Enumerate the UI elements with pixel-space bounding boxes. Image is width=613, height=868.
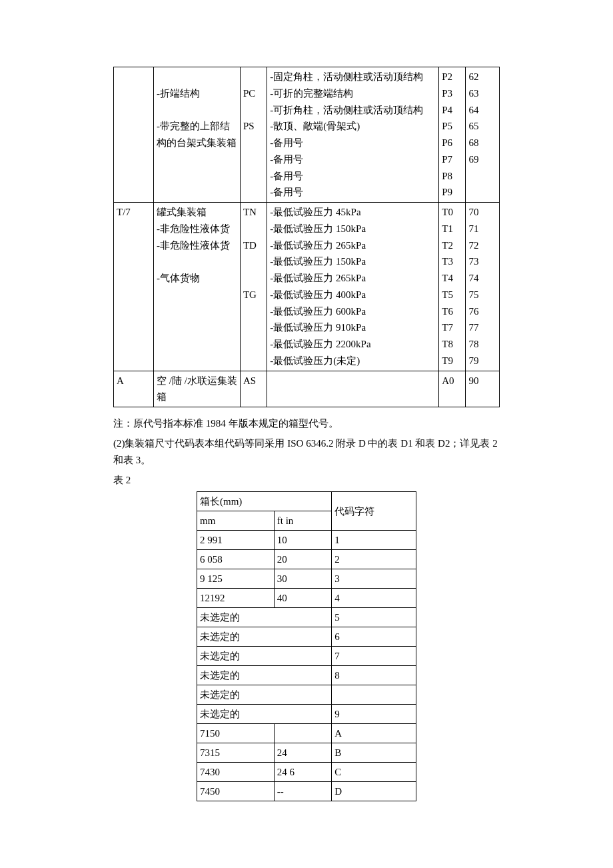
length-code-table: 箱长(mm)代码字符mmft in2 9911016 0582029 12530… <box>197 491 416 801</box>
cell-code: 3 <box>332 569 416 589</box>
cell: PC PS <box>240 67 267 203</box>
cell-mm: 未选定的 <box>197 608 332 627</box>
table-row: A空 /陆 /水联运集装箱ASA090 <box>114 371 500 407</box>
cell: A0 <box>439 371 466 407</box>
cell-mm: 7450 <box>197 782 275 801</box>
cell: AS <box>240 371 267 407</box>
header-ftin: ft in <box>274 511 332 531</box>
cell-ftin <box>274 724 332 743</box>
cell-code: B <box>332 743 416 763</box>
table-row: 未选定的9 <box>197 705 416 724</box>
table-row: -折端结构 -带完整的上部结构的台架式集装箱 PC PS-固定角柱，活动侧柱或活… <box>114 67 500 203</box>
cell-mm: 12192 <box>197 589 275 608</box>
cell <box>114 67 154 203</box>
cell: -最低试验压力 45kPa -最低试验压力 150kPa -最低试验压力 265… <box>267 203 439 371</box>
cell-mm: 未选定的 <box>197 685 332 705</box>
cell-mm: 7315 <box>197 743 275 763</box>
cell-mm: 7430 <box>197 763 275 782</box>
table-row: 12192404 <box>197 589 416 608</box>
cell: -折端结构 -带完整的上部结构的台架式集装箱 <box>153 67 240 203</box>
cell-code: 7 <box>332 647 416 666</box>
cell-ftin: 24 <box>274 743 332 763</box>
cell: TN TD TG <box>240 203 267 371</box>
cell: 70 71 72 73 74 75 76 77 78 79 <box>466 203 500 371</box>
cell-code: 6 <box>332 627 416 647</box>
cell-code: D <box>332 782 416 801</box>
note-size-code: (2)集装箱尺寸代码表本组代码等同采用 ISO 6346.2 附录 D 中的表 … <box>113 435 500 469</box>
cell-mm: 2 991 <box>197 531 275 550</box>
cell-ftin: 40 <box>274 589 332 608</box>
header-length: 箱长(mm) <box>197 492 332 511</box>
type-code-table: -折端结构 -带完整的上部结构的台架式集装箱 PC PS-固定角柱，活动侧柱或活… <box>113 67 500 407</box>
cell <box>267 371 439 407</box>
cell: T0 T1 T2 T3 T4 T5 T6 T7 T8 T9 <box>439 203 466 371</box>
cell-code: 2 <box>332 550 416 569</box>
cell-code: 5 <box>332 608 416 627</box>
table-row: 9 125303 <box>197 569 416 589</box>
table-row: 未选定的 <box>197 685 416 705</box>
table-row: 7150A <box>197 724 416 743</box>
table-row: 未选定的6 <box>197 627 416 647</box>
cell-code: A <box>332 724 416 743</box>
cell-mm: 未选定的 <box>197 647 332 666</box>
cell-mm: 9 125 <box>197 569 275 589</box>
cell-ftin: -- <box>274 782 332 801</box>
table-row: 743024 6C <box>197 763 416 782</box>
cell-mm: 未选定的 <box>197 666 332 685</box>
table-row: 未选定的8 <box>197 666 416 685</box>
cell-mm: 7150 <box>197 724 275 743</box>
table-row: 2 991101 <box>197 531 416 550</box>
cell-mm: 未选定的 <box>197 705 332 724</box>
table-row: 6 058202 <box>197 550 416 569</box>
table-row: 731524B <box>197 743 416 763</box>
cell-code: C <box>332 763 416 782</box>
table-row: 未选定的7 <box>197 647 416 666</box>
cell: P2 P3 P4 P5 P6 P7 P8 P9 <box>439 67 466 203</box>
cell-ftin: 24 6 <box>274 763 332 782</box>
header-mm: mm <box>197 511 275 531</box>
note-original-code: 注：原代号指本标准 1984 年版本规定的箱型代号。 <box>113 415 500 433</box>
cell-mm: 6 058 <box>197 550 275 569</box>
cell-code: 8 <box>332 666 416 685</box>
cell: -固定角柱，活动侧柱或活动顶结构 -可折的完整端结构 -可折角柱，活动侧柱或活动… <box>267 67 439 203</box>
cell: A <box>114 371 154 407</box>
cell-ftin: 20 <box>274 550 332 569</box>
table-row: 7450--D <box>197 782 416 801</box>
cell: T/7 <box>114 203 154 371</box>
header-code: 代码字符 <box>332 492 416 531</box>
cell-mm: 未选定的 <box>197 627 332 647</box>
cell-code: 1 <box>332 531 416 550</box>
cell: 90 <box>466 371 500 407</box>
table2-heading: 表 2 <box>113 472 500 489</box>
table-row: T/7罐式集装箱 -非危险性液体货 -非危险性液体货 -气体货物TN TD TG… <box>114 203 500 371</box>
cell: 空 /陆 /水联运集装箱 <box>153 371 240 407</box>
cell-code: 4 <box>332 589 416 608</box>
table-header-row: 箱长(mm)代码字符 <box>197 492 416 511</box>
cell: 62 63 64 65 68 69 <box>466 67 500 203</box>
cell-code <box>332 685 416 705</box>
cell-ftin: 30 <box>274 569 332 589</box>
cell-code: 9 <box>332 705 416 724</box>
cell-ftin: 10 <box>274 531 332 550</box>
cell: 罐式集装箱 -非危险性液体货 -非危险性液体货 -气体货物 <box>153 203 240 371</box>
table-row: 未选定的5 <box>197 608 416 627</box>
